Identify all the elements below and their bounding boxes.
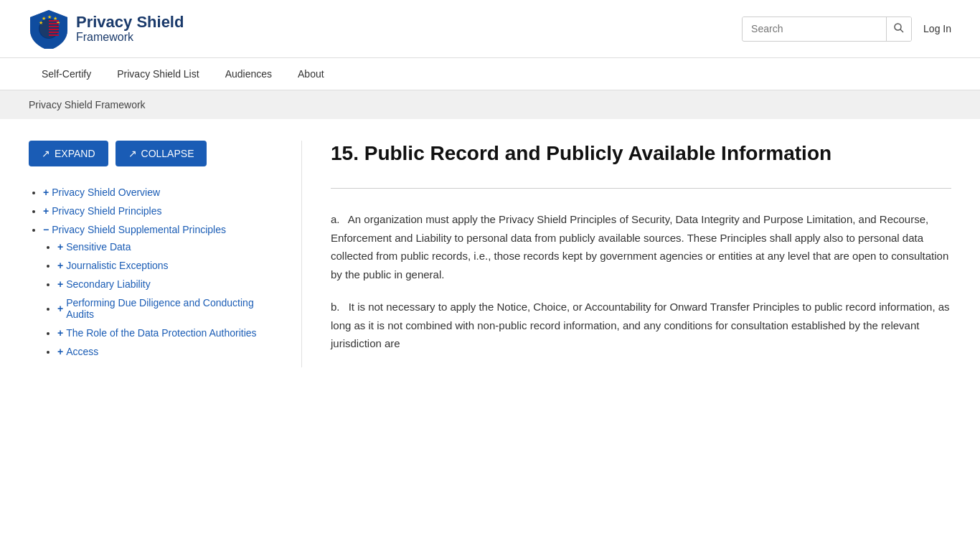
svg-rect-9 [49,26,59,27]
sidebar-item-due-diligence-label: Performing Due Diligence and Conducting … [66,297,273,320]
search-button[interactable] [886,17,911,41]
plus-icon: + [43,205,49,217]
plus-icon: + [57,278,63,290]
sidebar-item-overview[interactable]: + Privacy Shield Overview [43,187,160,198]
page-title: 15. Public Record and Publicly Available… [331,141,951,166]
para-text-a: An organization must apply the Privacy S… [331,213,948,281]
logo-text: Privacy Shield Framework [76,14,184,44]
list-item: + The Role of the Data Protection Author… [57,327,273,339]
collapse-icon: ↗ [128,148,137,159]
sidebar-nav: + Privacy Shield Overview + Privacy Shie… [29,187,273,357]
sidebar-item-principles-label: Privacy Shield Principles [52,205,161,217]
list-item: − Privacy Shield Supplemental Principles… [43,224,273,357]
nav-item-about[interactable]: About [285,58,337,90]
nav-item-audiences[interactable]: Audiences [212,58,285,90]
sidebar-item-dpa-role-label: The Role of the Data Protection Authorit… [66,327,256,339]
svg-rect-8 [49,23,59,24]
content-divider [331,188,951,189]
breadcrumb: Privacy Shield Framework [0,90,980,119]
svg-point-13 [895,24,901,30]
svg-rect-12 [49,34,59,36]
expand-icon: ↗ [42,148,50,159]
logo-area: ★ ★ ★ ★ ★ Privacy Shield Framework [29,9,184,49]
logo-subtitle: Framework [76,31,184,44]
svg-rect-11 [49,32,59,33]
list-item: + Journalistic Exceptions [57,260,273,271]
header-right: Log In [742,17,951,42]
minus-icon: − [43,224,49,235]
nav-item-self-certify[interactable]: Self-Certify [29,58,104,90]
plus-icon: + [43,187,49,198]
list-item: + Access [57,346,273,357]
svg-text:★: ★ [39,20,43,25]
para-label-a: a. [331,210,340,229]
list-item: + Privacy Shield Overview [43,187,273,198]
list-item: + Privacy Shield Principles [43,205,273,217]
collapse-button[interactable]: ↗ COLLAPSE [116,141,207,166]
plus-icon: + [57,327,63,339]
plus-icon: + [57,303,63,314]
login-button[interactable]: Log In [923,23,951,34]
search-box [742,17,912,42]
collapse-label: COLLAPSE [141,148,194,159]
sidebar-item-journalistic-label: Journalistic Exceptions [66,260,168,271]
header: ★ ★ ★ ★ ★ Privacy Shield Framework [0,0,980,58]
list-item: + Secondary Liability [57,278,273,290]
para-text-b: It is not necessary to apply the Notice,… [331,301,950,349]
plus-icon: + [57,260,63,271]
expand-label: EXPAND [55,148,95,159]
sidebar-buttons: ↗ EXPAND ↗ COLLAPSE [29,141,273,166]
plus-icon: + [57,241,63,253]
sub-list: + Sensitive Data + Journalistic Exceptio… [43,241,273,357]
sidebar-item-access[interactable]: + Access [57,346,98,357]
sidebar-item-due-diligence[interactable]: + Performing Due Diligence and Conductin… [57,297,273,320]
logo-title: Privacy Shield [76,14,184,31]
list-item: + Sensitive Data [57,241,273,253]
sidebar-item-secondary-label: Secondary Liability [66,278,151,290]
breadcrumb-text: Privacy Shield Framework [29,99,146,110]
content-paragraph-a: a. An organization must apply the Privac… [331,210,951,283]
plus-icon: + [57,346,63,357]
para-label-b: b. [331,298,340,316]
sidebar-item-supplemental[interactable]: − Privacy Shield Supplemental Principles [43,224,226,235]
sidebar: ↗ EXPAND ↗ COLLAPSE + Privacy Shield Ove… [29,141,301,367]
content-paragraph-b: b. It is not necessary to apply the Noti… [331,298,951,353]
sidebar-item-overview-label: Privacy Shield Overview [52,187,160,198]
content-area: 15. Public Record and Publicly Available… [301,141,951,367]
svg-line-14 [900,29,903,32]
sidebar-item-dpa-role[interactable]: + The Role of the Data Protection Author… [57,327,257,339]
nav-item-privacy-shield-list[interactable]: Privacy Shield List [104,58,212,90]
expand-button[interactable]: ↗ EXPAND [29,141,108,166]
logo-icon: ★ ★ ★ ★ ★ [29,9,69,49]
svg-rect-7 [49,20,59,22]
sidebar-item-sensitive-data[interactable]: + Sensitive Data [57,241,131,253]
sidebar-item-sensitive-label: Sensitive Data [66,241,131,253]
search-icon [894,23,904,33]
sidebar-item-journalistic[interactable]: + Journalistic Exceptions [57,260,169,271]
sidebar-item-secondary[interactable]: + Secondary Liability [57,278,151,290]
sidebar-item-principles[interactable]: + Privacy Shield Principles [43,205,161,217]
sidebar-item-access-label: Access [66,346,98,357]
svg-rect-10 [49,29,59,30]
sidebar-item-supplemental-label: Privacy Shield Supplemental Principles [52,224,226,235]
svg-text:★: ★ [42,16,46,21]
svg-text:★: ★ [47,14,52,19]
nav-bar: Self-Certify Privacy Shield List Audienc… [0,58,980,90]
main-content: ↗ EXPAND ↗ COLLAPSE + Privacy Shield Ove… [0,119,980,389]
list-item: + Performing Due Diligence and Conductin… [57,297,273,320]
search-input[interactable] [743,17,886,40]
